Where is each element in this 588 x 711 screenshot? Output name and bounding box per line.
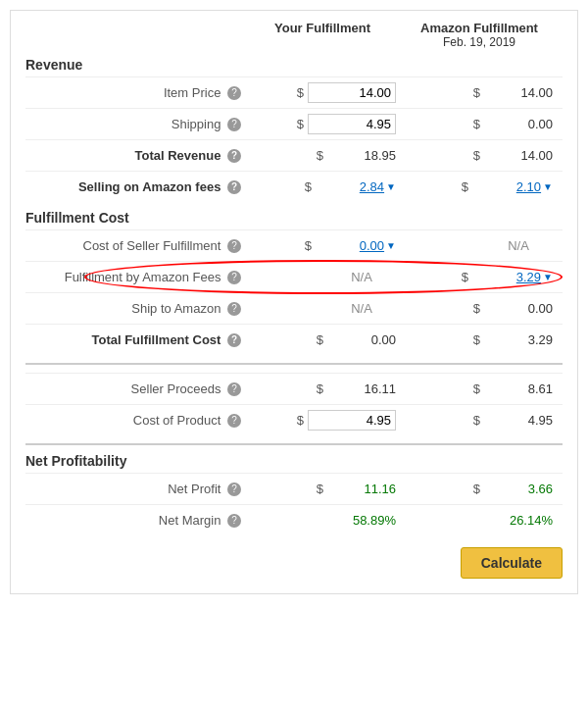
net-profit-col1: $ 11.16 [249, 482, 406, 496]
cost-seller-fulfillment-col2: N/A [406, 238, 563, 253]
item-price-row: Item Price ? $ $ 14.00 [25, 76, 563, 108]
net-margin-col2-value: 26.14% [484, 513, 553, 528]
total-revenue-info-icon[interactable]: ? [227, 149, 241, 163]
cost-of-product-row: Cost of Product ? $ $ 4.95 [25, 404, 563, 435]
fba-fees-col1: N/A [249, 270, 406, 284]
item-price-col2-value: 14.00 [484, 85, 553, 100]
ship-to-amazon-col1: N/A [249, 301, 406, 316]
column-headers: Your Fulfillment Amazon Fulfillment Feb.… [25, 21, 563, 49]
selling-fees-col1-arrow[interactable]: ▼ [386, 181, 396, 192]
fba-fees-info-icon[interactable]: ? [227, 271, 241, 284]
selling-fees-label: Selling on Amazon fees ? [25, 179, 249, 195]
col2-header-label: Amazon Fulfillment [420, 21, 538, 35]
seller-proceeds-row: Seller Proceeds ? $ 16.11 $ 8.61 [25, 373, 563, 404]
cost-of-product-col2-value: 4.95 [484, 413, 553, 428]
net-margin-col2: 26.14% [406, 513, 563, 528]
fba-fees-arrow[interactable]: ▼ [543, 272, 553, 282]
shipping-info-icon[interactable]: ? [227, 118, 241, 131]
shipping-label: Shipping ? [25, 117, 249, 132]
fba-fees-label: Fulfillment by Amazon Fees ? [25, 270, 249, 285]
selling-fees-info-icon[interactable]: ? [227, 180, 241, 194]
seller-proceeds-col1: $ 16.11 [249, 381, 406, 396]
net-profitability-section-title: Net Profitability [25, 453, 563, 469]
net-profit-row: Net Profit ? $ 11.16 $ 3.66 [25, 473, 563, 504]
shipping-col1: $ [249, 114, 406, 134]
seller-proceeds-label: Seller Proceeds ? [25, 381, 249, 397]
seller-proceeds-col1-value: 16.11 [327, 381, 396, 396]
col1-header-label: Your Fulfillment [274, 21, 370, 35]
net-margin-col1: 58.89% [249, 513, 406, 528]
total-fulfillment-info-icon[interactable]: ? [227, 333, 241, 347]
net-profit-col2: $ 3.66 [406, 482, 563, 496]
total-revenue-col1: $ 18.95 [249, 148, 406, 163]
divider-2 [25, 443, 563, 445]
cost-seller-fulfillment-label: Cost of Seller Fulfillment ? [25, 238, 249, 254]
total-revenue-col2: $ 14.00 [406, 148, 563, 163]
net-margin-col1-value: 58.89% [327, 513, 396, 528]
cost-seller-fulfillment-arrow[interactable]: ▼ [386, 240, 396, 251]
ship-to-amazon-label: Ship to Amazon ? [25, 301, 249, 317]
selling-fees-col2-arrow[interactable]: ▼ [543, 181, 553, 192]
cost-seller-fulfillment-na: N/A [484, 238, 553, 253]
net-profit-col1-value: 11.16 [327, 482, 396, 496]
net-profit-info-icon[interactable]: ? [227, 482, 241, 496]
ship-to-amazon-col2: $ 0.00 [406, 301, 563, 316]
net-profit-col2-value: 3.66 [484, 482, 553, 496]
selling-fees-col1-value[interactable]: 2.84 [316, 179, 384, 194]
calculator-container: Your Fulfillment Amazon Fulfillment Feb.… [10, 10, 578, 594]
fulfillment-section-title: Fulfillment Cost [25, 210, 563, 226]
net-margin-info-icon[interactable]: ? [227, 514, 241, 528]
total-fulfillment-row: Total Fulfillment Cost ? $ 0.00 $ 3.29 [25, 324, 563, 355]
cost-seller-fulfillment-row: Cost of Seller Fulfillment ? $ 0.00 ▼ N/… [25, 229, 563, 261]
fba-fees-na: N/A [327, 270, 396, 284]
divider-1 [25, 363, 563, 365]
shipping-col1-input[interactable] [308, 114, 396, 134]
shipping-row: Shipping ? $ $ 0.00 [25, 108, 563, 139]
seller-proceeds-col2-value: 8.61 [484, 381, 553, 396]
cost-seller-fulfillment-info-icon[interactable]: ? [227, 239, 241, 253]
ship-to-amazon-col2-value: 0.00 [484, 301, 553, 316]
ship-to-amazon-row: Ship to Amazon ? N/A $ 0.00 [25, 292, 563, 324]
total-fulfillment-label: Total Fulfillment Cost ? [25, 332, 249, 348]
item-price-col1-input[interactable] [308, 82, 396, 103]
net-margin-row: Net Margin ? 58.89% 26.14% [25, 504, 563, 535]
fba-fees-row: Fulfillment by Amazon Fees ? N/A $ 3.29 … [25, 261, 563, 292]
col2-header-subtitle: Feb. 19, 2019 [401, 35, 558, 49]
total-revenue-row: Total Revenue ? $ 18.95 $ 14.00 [25, 139, 563, 171]
col2-header: Amazon Fulfillment Feb. 19, 2019 [401, 21, 558, 49]
item-price-info-icon[interactable]: ? [227, 86, 241, 100]
total-fulfillment-col1: $ 0.00 [249, 332, 406, 347]
cost-of-product-col1-input[interactable] [308, 410, 396, 431]
total-revenue-col2-value: 14.00 [484, 148, 553, 163]
total-fulfillment-col2-value: 3.29 [484, 332, 553, 347]
net-profit-label: Net Profit ? [25, 482, 249, 497]
fba-fees-col2-value[interactable]: 3.29 [472, 270, 541, 284]
selling-fees-col2: $ 2.10 ▼ [406, 179, 563, 194]
total-fulfillment-col2: $ 3.29 [406, 332, 563, 347]
cost-of-product-label: Cost of Product ? [25, 413, 249, 429]
seller-proceeds-info-icon[interactable]: ? [227, 382, 241, 396]
ship-to-amazon-info-icon[interactable]: ? [227, 302, 241, 316]
selling-fees-col2-value[interactable]: 2.10 [472, 179, 541, 194]
revenue-section-title: Revenue [25, 57, 563, 73]
item-price-label: Item Price ? [25, 85, 249, 101]
total-revenue-label: Total Revenue ? [25, 148, 249, 164]
net-margin-label: Net Margin ? [25, 513, 249, 529]
item-price-col1: $ [249, 82, 406, 103]
cost-seller-fulfillment-col1: $ 0.00 ▼ [249, 238, 406, 253]
fba-fees-col2: $ 3.29 ▼ [406, 270, 563, 284]
calculate-button[interactable]: Calculate [461, 547, 563, 579]
seller-proceeds-col2: $ 8.61 [406, 381, 563, 396]
shipping-col2: $ 0.00 [406, 117, 563, 131]
ship-to-amazon-na: N/A [327, 301, 396, 316]
cost-seller-fulfillment-col1-value[interactable]: 0.00 [316, 238, 384, 253]
cost-of-product-info-icon[interactable]: ? [227, 414, 241, 428]
total-fulfillment-col1-value: 0.00 [327, 332, 396, 347]
cost-of-product-col1: $ [249, 410, 406, 431]
selling-fees-col1: $ 2.84 ▼ [249, 179, 406, 194]
selling-fees-row: Selling on Amazon fees ? $ 2.84 ▼ $ 2.10… [25, 171, 563, 202]
shipping-col2-value: 0.00 [484, 117, 553, 131]
col1-header: Your Fulfillment [244, 21, 401, 49]
total-revenue-col1-value: 18.95 [327, 148, 396, 163]
cost-of-product-col2: $ 4.95 [406, 413, 563, 428]
